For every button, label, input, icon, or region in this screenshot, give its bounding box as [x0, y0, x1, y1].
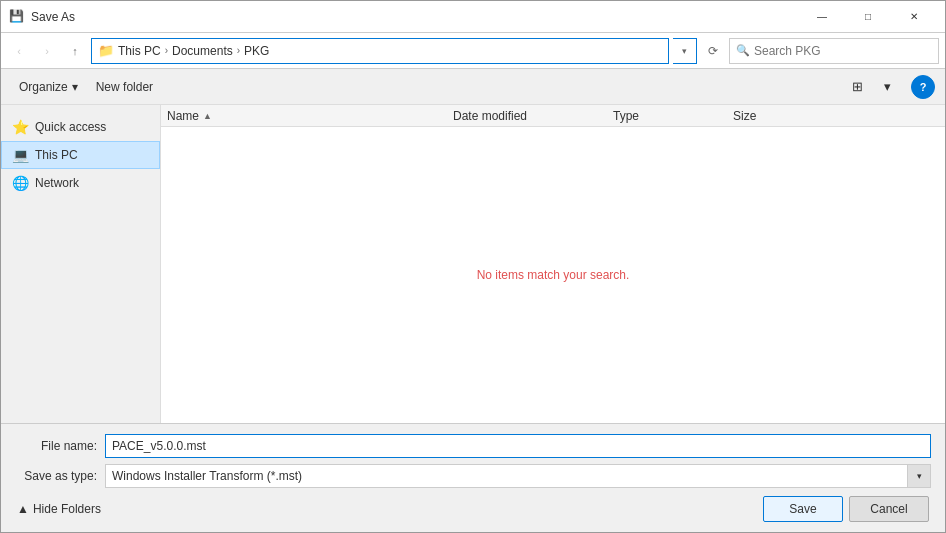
- titlebar-left: 💾 Save As: [9, 9, 75, 25]
- hide-folders-label: Hide Folders: [33, 502, 101, 516]
- path-chevron-2: ›: [237, 45, 240, 56]
- save-button[interactable]: Save: [763, 496, 843, 522]
- main-area: ⭐ Quick access 💻 This PC 🌐 Network Name …: [1, 105, 945, 423]
- maximize-button[interactable]: □: [845, 1, 891, 33]
- address-dropdown-button[interactable]: ▾: [673, 38, 697, 64]
- filename-row: File name:: [15, 434, 931, 458]
- saveastype-select[interactable]: Windows Installer Transform (*.mst): [105, 464, 931, 488]
- dialog-title: Save As: [31, 10, 75, 24]
- col-date-header[interactable]: Date modified: [447, 109, 607, 123]
- col-type-header[interactable]: Type: [607, 109, 727, 123]
- saveastype-row: Save as type: Windows Installer Transfor…: [15, 464, 931, 488]
- col-name-label: Name: [167, 109, 199, 123]
- filename-label: File name:: [15, 439, 105, 453]
- sidebar-item-this-pc[interactable]: 💻 This PC: [1, 141, 160, 169]
- col-date-label: Date modified: [453, 109, 527, 123]
- save-as-dialog: 💾 Save As — □ ✕ ‹ › ↑ 📁 This PC › Docume…: [0, 0, 946, 533]
- saveastype-wrapper: Windows Installer Transform (*.mst) ▾: [105, 464, 931, 488]
- sidebar-item-label-this-pc: This PC: [35, 148, 78, 162]
- organize-button[interactable]: Organize ▾: [11, 74, 86, 100]
- sidebar: ⭐ Quick access 💻 This PC 🌐 Network: [1, 105, 161, 423]
- network-icon: 🌐: [12, 175, 29, 191]
- new-folder-button[interactable]: New folder: [88, 74, 161, 100]
- address-path[interactable]: 📁 This PC › Documents › PKG: [91, 38, 669, 64]
- hide-folders-arrow: ▲: [17, 502, 29, 516]
- refresh-button[interactable]: ⟳: [701, 39, 725, 63]
- path-chevron-1: ›: [165, 45, 168, 56]
- filelist: Name ▲ Date modified Type Size No items …: [161, 105, 945, 423]
- search-box[interactable]: 🔍: [729, 38, 939, 64]
- back-button[interactable]: ‹: [7, 39, 31, 63]
- path-folder-icon: 📁: [98, 43, 114, 58]
- sidebar-item-quick-access[interactable]: ⭐ Quick access: [1, 113, 160, 141]
- filename-input[interactable]: [105, 434, 931, 458]
- action-row: ▲ Hide Folders Save Cancel: [15, 496, 931, 522]
- titlebar-controls: — □ ✕: [799, 1, 937, 33]
- toolbar: Organize ▾ New folder ⊞ ▾ ?: [1, 69, 945, 105]
- sort-arrow: ▲: [203, 111, 212, 121]
- sidebar-item-network[interactable]: 🌐 Network: [1, 169, 160, 197]
- view-button[interactable]: ⊞: [843, 74, 871, 100]
- titlebar: 💾 Save As — □ ✕: [1, 1, 945, 33]
- search-icon: 🔍: [736, 44, 750, 57]
- cancel-button[interactable]: Cancel: [849, 496, 929, 522]
- path-this-pc: This PC: [118, 44, 161, 58]
- dialog-icon: 💾: [9, 9, 25, 25]
- col-name-header[interactable]: Name ▲: [167, 109, 447, 123]
- forward-button[interactable]: ›: [35, 39, 59, 63]
- path-documents: Documents: [172, 44, 233, 58]
- col-size-header[interactable]: Size: [727, 109, 807, 123]
- empty-message: No items match your search.: [161, 127, 945, 423]
- sidebar-item-label-quick-access: Quick access: [35, 120, 106, 134]
- col-type-label: Type: [613, 109, 639, 123]
- saveastype-label: Save as type:: [15, 469, 105, 483]
- sidebar-item-label-network: Network: [35, 176, 79, 190]
- organize-arrow: ▾: [72, 80, 78, 94]
- new-folder-label: New folder: [96, 80, 153, 94]
- bottom-panel: File name: Save as type: Windows Install…: [1, 423, 945, 532]
- quick-access-icon: ⭐: [12, 119, 29, 135]
- col-size-label: Size: [733, 109, 756, 123]
- path-pkg: PKG: [244, 44, 269, 58]
- search-input[interactable]: [754, 44, 932, 58]
- organize-label: Organize: [19, 80, 68, 94]
- this-pc-icon: 💻: [12, 147, 29, 163]
- addressbar: ‹ › ↑ 📁 This PC › Documents › PKG ▾ ⟳ 🔍: [1, 33, 945, 69]
- close-button[interactable]: ✕: [891, 1, 937, 33]
- help-button[interactable]: ?: [911, 75, 935, 99]
- minimize-button[interactable]: —: [799, 1, 845, 33]
- column-header: Name ▲ Date modified Type Size: [161, 105, 945, 127]
- up-button[interactable]: ↑: [63, 39, 87, 63]
- hide-folders-button[interactable]: ▲ Hide Folders: [17, 502, 101, 516]
- view-arrow-button[interactable]: ▾: [873, 74, 901, 100]
